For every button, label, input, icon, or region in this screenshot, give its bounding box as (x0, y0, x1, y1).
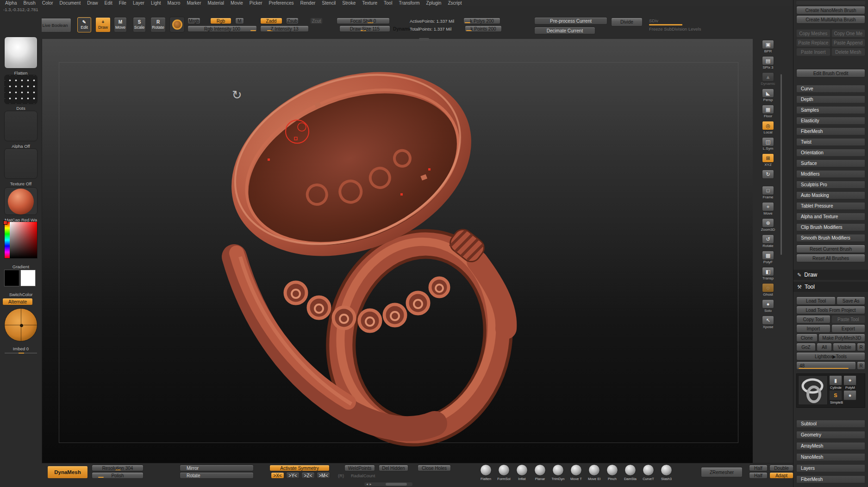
tool-subpalette-header[interactable]: ArrayMesh (796, 442, 865, 450)
delete-mesh-button[interactable]: Delete Mesh (831, 48, 866, 56)
move-button[interactable]: M Move (114, 17, 127, 32)
draw-size-slider[interactable]: Draw Size 115 (339, 25, 390, 32)
subpalette-header[interactable]: Elasticity (796, 117, 865, 125)
subpalette-header[interactable]: Sculptris Pro (796, 181, 865, 189)
zremesher-button[interactable]: ZRemesher (701, 467, 743, 477)
goz-r-button[interactable]: R (857, 343, 865, 351)
adapt-button[interactable]: Adapt (769, 472, 793, 479)
symmetry-y-button[interactable]: >Y< (286, 472, 300, 479)
quick-brush-item[interactable]: Move T (567, 464, 585, 481)
subpalette-header[interactable]: FiberMesh (796, 127, 865, 135)
rotate-button[interactable]: R Rotate (150, 17, 166, 32)
lightbox-tools-button[interactable]: Lightbox▶Tools (796, 352, 865, 361)
menu-item[interactable]: Stencil (318, 0, 339, 6)
menu-item[interactable]: Zscript (444, 0, 465, 6)
shelf-ghost-button[interactable]: ◌Ghost (757, 283, 779, 299)
menu-item[interactable]: Layer (130, 0, 148, 6)
create-nanomesh-brush-button[interactable]: Create NanoMesh Brush (796, 6, 865, 14)
tool-thumb-cylinder[interactable]: ▮ (829, 375, 842, 386)
paste-append-button[interactable]: Paste Append (831, 38, 866, 47)
menu-item[interactable]: Marker (183, 0, 204, 6)
subpalette-header[interactable]: Clip Brush Modifiers (796, 223, 865, 231)
copy-meshes-button[interactable]: Copy Meshes (796, 29, 831, 38)
activate-symmetry-button[interactable]: Activate Symmetry (269, 465, 330, 471)
menu-item[interactable]: Transform (395, 0, 423, 6)
radial-r-button[interactable]: (R) (338, 473, 344, 478)
menu-item[interactable]: Preferences (266, 0, 297, 6)
double-button[interactable]: Double (769, 465, 793, 471)
menu-item[interactable]: Stroke (339, 0, 359, 6)
shelf-zoom3d-button[interactable]: ⊕Zoom3D (757, 218, 779, 234)
subpalette-header[interactable]: Samples (796, 106, 865, 114)
secondary-color-swatch[interactable] (20, 270, 36, 286)
reset-all-brushes-button[interactable]: Reset All Brushes (796, 254, 865, 262)
z-intensity-slider[interactable]: Z Intensity 13 (260, 25, 309, 32)
shelf-local-button[interactable]: ◎Local (757, 121, 779, 137)
edit-brush-credit-button[interactable]: Edit Brush Credit (796, 69, 865, 77)
menu-item[interactable]: Edit (101, 0, 116, 6)
divide-button[interactable]: Divide (611, 18, 643, 26)
subpalette-header[interactable]: Modifiers (796, 170, 865, 178)
menu-item[interactable]: Color (39, 0, 56, 6)
tool-subpalette-header[interactable]: Layers (796, 464, 865, 472)
rgb-button[interactable]: Rgb (210, 18, 231, 24)
mrgb-button[interactable]: Mrgb (187, 18, 200, 24)
zsub-button[interactable]: Zsub (286, 18, 299, 24)
tool-slots-r-button[interactable]: R (857, 361, 865, 370)
save-as-button[interactable]: Save As (837, 297, 865, 305)
shelf-xyz-button[interactable]: ⊞XYZ (757, 153, 779, 170)
subpalette-header[interactable]: Auto Masking (796, 191, 865, 199)
tool-slots-slider[interactable]: 48 (796, 361, 856, 370)
shelf-xpose-button[interactable]: ↖Xpose (757, 316, 779, 332)
shelf-rotate-button[interactable]: ↺Rotate (757, 234, 779, 251)
symmetry-m-button[interactable]: >M< (317, 472, 330, 479)
zcut-button[interactable]: Zcut (310, 18, 323, 24)
edit-button[interactable]: ✎ Edit (77, 17, 91, 32)
menu-item[interactable]: Document (56, 0, 84, 6)
shelf-solo-button[interactable]: ●Solo (757, 299, 779, 316)
menu-item[interactable]: Tool (381, 0, 395, 6)
load-tools-from-project-button[interactable]: Load Tools From Project (796, 306, 865, 314)
half-top-button[interactable]: Half (749, 465, 768, 471)
quick-brush-item[interactable]: CurveT (639, 464, 657, 481)
paste-insert-button[interactable]: Paste Insert (796, 48, 831, 56)
radial-count-slider[interactable]: RadialCount (351, 473, 375, 478)
shelf-lsym-button[interactable]: ◫L.Sym (757, 137, 779, 153)
weld-points-button[interactable]: WeldPoints (344, 465, 375, 471)
resolution-slider[interactable]: Resolution 304 (92, 465, 144, 471)
goz-all-button[interactable]: All (817, 343, 832, 351)
color-picker[interactable] (4, 221, 37, 259)
export-button[interactable]: Export (831, 324, 866, 333)
freeze-subdivision-button[interactable]: Freeze SubDivision Levels (649, 26, 701, 32)
shelf-dynamic-button[interactable]: ▲Dynamic (757, 72, 779, 89)
shelf-persp-button[interactable]: ◣Persp (757, 89, 779, 105)
viewport-canvas[interactable]: ↻ (42, 39, 753, 463)
k-polys-slider[interactable]: k Polys 200 (463, 18, 500, 24)
texture-thumbnail[interactable] (4, 148, 37, 179)
create-multialpha-brush-button[interactable]: Create MultiAlpha Brush (796, 15, 865, 24)
shelf-spix-button[interactable]: ▤SPix 3 (757, 56, 779, 72)
menu-item[interactable]: Texture (359, 0, 381, 6)
tool-thumb-simplebrush[interactable]: S (829, 390, 842, 400)
color-wheel[interactable] (4, 308, 37, 342)
load-tool-button[interactable]: Load Tool (796, 297, 836, 305)
alpha-thumbnail[interactable] (4, 111, 37, 141)
canvas-h-scrollbar-top[interactable] (419, 38, 429, 41)
preprocess-current-button[interactable]: Pre-process Current (534, 17, 607, 25)
subpalette-header[interactable]: Smooth Brush Modifiers (796, 234, 865, 242)
copy-tool-button[interactable]: Copy Tool (796, 315, 831, 323)
gradient-label[interactable]: Gradient (0, 264, 42, 269)
quick-brush-item[interactable]: Pinch (603, 464, 621, 481)
scrollbar-thumb[interactable] (386, 483, 407, 486)
copy-one-mesh-button[interactable]: Copy One Me (831, 29, 866, 38)
quick-brush-item[interactable]: TrimDyn (549, 464, 567, 481)
subpalette-header[interactable]: Curve (796, 85, 865, 93)
subpalette-header[interactable]: Surface (796, 159, 865, 167)
quick-brush-item[interactable]: Slash3 (657, 464, 675, 481)
tool-palette-header[interactable]: ⚒ Tool (793, 282, 868, 292)
draw-palette-header[interactable]: ✎ Draw (793, 270, 868, 280)
shelf-move-button[interactable]: +Move (757, 202, 779, 218)
dynamesh-button[interactable]: DynaMesh (47, 466, 88, 479)
quick-brush-item[interactable]: FormSol (495, 464, 513, 481)
menu-item[interactable]: Macro (164, 0, 184, 6)
